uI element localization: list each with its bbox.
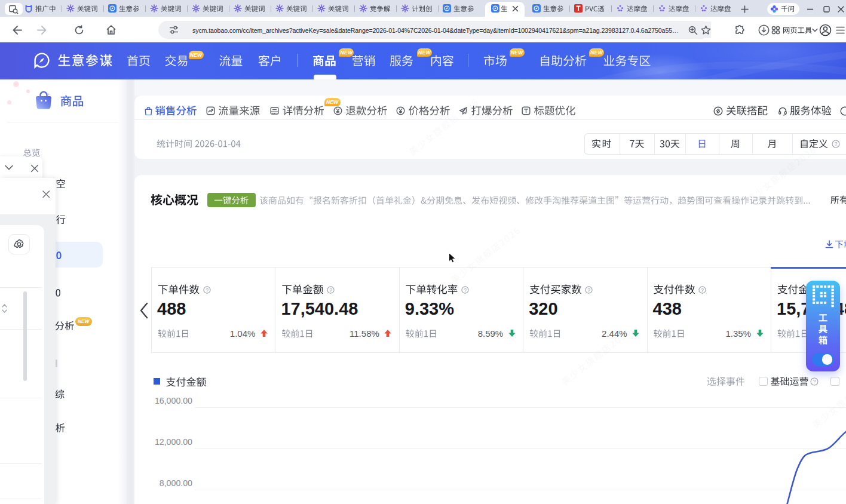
svg-text:?: ? xyxy=(834,141,837,147)
svg-text:?: ? xyxy=(587,287,590,293)
svg-text:?: ? xyxy=(464,287,467,293)
svg-text:?: ? xyxy=(701,287,704,293)
svg-text:?: ? xyxy=(329,287,332,293)
svg-text:?: ? xyxy=(206,287,209,293)
svg-text:?: ? xyxy=(813,379,816,385)
